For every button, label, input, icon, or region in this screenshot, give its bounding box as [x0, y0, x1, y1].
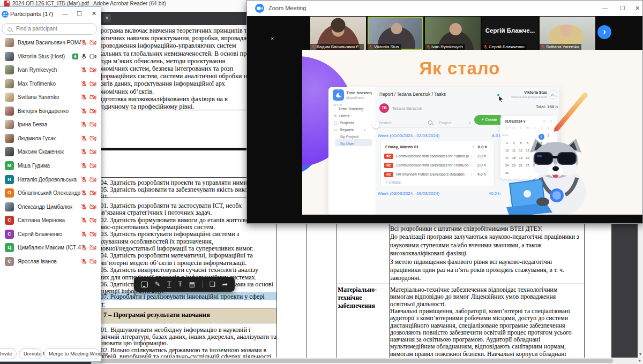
camera-off-icon	[89, 217, 96, 223]
create-entry-button[interactable]: + Create	[385, 180, 401, 185]
sidebar-item-time-tracking[interactable]: ◔Time Tracking	[334, 107, 363, 111]
video-tile[interactable]: Вадим Васильович Р...	[310, 17, 366, 50]
text-icon[interactable]: T	[167, 281, 171, 287]
participant-status-icons	[72, 53, 96, 60]
participant-name: Вікторія Бондаренко	[18, 108, 69, 114]
list-item[interactable]: ННаталія Добровольська	[0, 173, 101, 187]
date-picker-value[interactable]: 01/03/2024 ∨	[505, 119, 526, 124]
video-tile[interactable]: Сергій Блажче...Сергій Блажченко	[482, 17, 538, 50]
acrobat-selection-toolbar[interactable]: ✎TŦ▤❏➦	[134, 277, 235, 292]
pdf-text-line: К04. Здатність розробляти проекти та упр…	[96, 179, 249, 186]
list-item[interactable]: ССергій Блажченко	[0, 228, 101, 241]
users-icon: ⊕	[334, 114, 337, 118]
comment-icon[interactable]	[141, 282, 148, 287]
list-item[interactable]: Ірина Бевза	[0, 118, 101, 132]
mic-off-icon	[81, 203, 87, 210]
copy-icon[interactable]: ❏	[210, 281, 215, 287]
participant-name: Max Trofimenko	[18, 81, 56, 87]
list-item[interactable]: Максим Скаженюк	[0, 146, 101, 159]
avatar	[5, 107, 14, 116]
list-item[interactable]: Олександр Цимбалюк	[0, 201, 101, 214]
maximize-icon[interactable]: ☐	[620, 5, 625, 12]
sidebar-item-by-project[interactable]: By Project	[340, 134, 358, 139]
pen-icon[interactable]: ✎	[155, 281, 160, 287]
scrollbar-thumb[interactable]	[99, 359, 613, 363]
participant-name: Вадим Васильович РОМА... (Me)	[18, 40, 81, 46]
acrobat-app-icon	[4, 1, 10, 6]
list-item[interactable]: Вікторія Бондаренко	[0, 105, 101, 118]
calendar-dow: W	[525, 126, 531, 130]
scroll-right-icon[interactable]: ▸	[639, 358, 641, 363]
list-item[interactable]: Svitlana Yaremko	[0, 91, 101, 104]
mic-off-icon	[81, 94, 87, 101]
video-tile[interactable]: Ivan Rymkevych	[425, 17, 481, 50]
list-item[interactable]: Viktoriia Stus (Host)	[0, 50, 101, 64]
zoom-window-title: Zoom Meeting	[268, 5, 306, 11]
list-item[interactable]: Max Trofimenko	[0, 78, 101, 91]
list-item[interactable]: ММіша Гудима	[0, 160, 101, 173]
participant-search[interactable]	[2, 23, 97, 35]
minimize-icon[interactable]: —	[62, 10, 68, 17]
next-participants-icon[interactable]: ›	[597, 25, 611, 39]
close-icon[interactable]: ×	[103, 14, 111, 22]
search-input[interactable]: Search	[378, 118, 433, 127]
unmute-me-button[interactable]: Unmute Me	[19, 348, 42, 359]
list-item[interactable]: ЦЦимбалюк Максим (ІСТ-41Д)	[0, 241, 101, 255]
mic-off-icon	[81, 231, 87, 238]
avatar: Ц	[5, 243, 14, 252]
share-icon[interactable]: ➦	[222, 281, 228, 287]
invite-button[interactable]: Invite	[0, 348, 17, 359]
list-item[interactable]: Ivan Rymkevych	[0, 64, 101, 77]
strike-text-icon[interactable]: Ŧ	[178, 281, 182, 287]
close-icon[interactable]: ✕	[92, 10, 96, 17]
chevron-right-icon[interactable]: ›	[550, 119, 552, 124]
week-header[interactable]: Week (03/03/2024 - 09/03/2024)	[378, 191, 439, 196]
minimize-icon[interactable]: —	[602, 5, 608, 11]
horizontal-scrollbar[interactable]: ▸	[91, 358, 643, 364]
list-item[interactable]: СЯрослав Іванов	[0, 255, 101, 269]
tile-name-label: Ivan Rymkevych	[425, 44, 465, 50]
avatar: С	[5, 257, 14, 266]
video-tile[interactable]: Viktoriia Stus	[368, 17, 423, 50]
task-description: HR Interview Python Developers (MaxBet)	[396, 172, 465, 176]
sidebar-item-reports[interactable]: ▭Reports∨	[334, 127, 365, 132]
avatar: TB	[379, 103, 389, 113]
avatar	[5, 79, 14, 88]
list-item[interactable]: Людмила Гусак	[0, 132, 101, 146]
close-icon[interactable]: ×	[271, 35, 274, 42]
calendar-dow: S	[545, 126, 551, 130]
chevron-down-icon: ∨	[469, 120, 471, 124]
mic-off-icon	[81, 162, 87, 169]
video-tile[interactable]: Svitlana Yaremko	[540, 17, 595, 50]
close-icon[interactable]: ✕	[635, 5, 640, 12]
maximize-icon[interactable]: ☐	[77, 10, 82, 17]
merge-to-meeting-window-button[interactable]: Merge to Meeting Window	[44, 348, 100, 359]
scroll-down-icon[interactable]: ▾	[638, 352, 643, 357]
calendar-dow: S	[504, 126, 510, 130]
chevron-left-icon[interactable]: ‹	[543, 119, 545, 124]
pdf-text-line: етоди м’яких обчислень, методи проєктува…	[96, 58, 225, 65]
project-filter-select[interactable]: Project ∨	[438, 118, 472, 127]
sidebar-item-by-user[interactable]: By User	[340, 141, 355, 146]
list-item[interactable]: ООблапінський Олександр	[0, 187, 101, 200]
week-header[interactable]: Week (01/03/2024 - 02/03/2024)	[378, 133, 439, 138]
mic-off-icon	[81, 108, 87, 115]
mic-icon	[81, 53, 87, 60]
create-button[interactable]: + Create	[474, 115, 504, 125]
sidebar-item-projects[interactable]: ▢Projects	[334, 120, 354, 125]
clock-icon: ◔	[470, 154, 472, 158]
avatar[interactable]: VS	[549, 90, 557, 99]
avatar: Н	[5, 175, 14, 184]
sidebar-item-users[interactable]: ⊕Users	[334, 113, 349, 118]
participant-status-icons	[81, 80, 96, 87]
pdf-text-line: К02. Здатність формулювати вимоги до ета…	[96, 217, 249, 224]
notes-icon[interactable]: ▤	[189, 281, 195, 287]
task-hours: 2.0 h	[477, 154, 486, 158]
search-input[interactable]	[15, 25, 95, 32]
list-item[interactable]: ССвітлана Мерінова	[0, 214, 101, 228]
pdf-text-line: етодичному та професійному рівні.	[96, 103, 194, 110]
clock-icon: ◔	[470, 163, 472, 167]
participant-name: Олександр Цимбалюк	[18, 204, 72, 210]
results-header: 7 – Програмні результати навчання	[103, 311, 210, 319]
list-item[interactable]: Вадим Васильович РОМА... (Me)	[0, 36, 101, 50]
